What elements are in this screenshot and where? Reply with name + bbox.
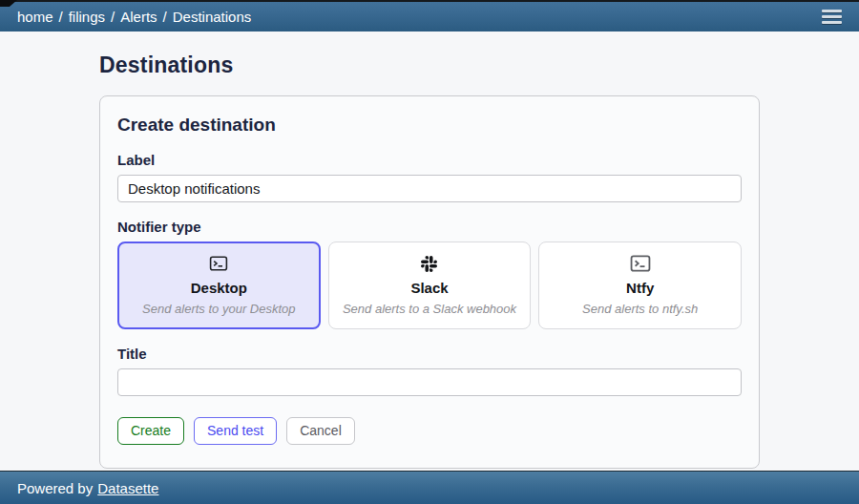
label-input[interactable] (117, 175, 742, 202)
create-destination-card: Create destination Label Notifier type D… (99, 95, 760, 469)
window-corner (0, 0, 17, 7)
notifier-options: Desktop Send alerts to your Desktop Slac… (117, 242, 742, 329)
slack-icon (339, 254, 521, 273)
notifier-option-desktop[interactable]: Desktop Send alerts to your Desktop (117, 242, 321, 329)
breadcrumb-separator: / (111, 9, 115, 25)
top-navbar: home / filings / Alerts / Destinations (0, 0, 859, 32)
breadcrumb-separator: / (59, 9, 63, 25)
page-title: Destinations (99, 52, 760, 78)
hamburger-bar (822, 21, 842, 24)
label-field-label: Label (117, 152, 742, 168)
breadcrumb-current-page: Destinations (173, 9, 252, 25)
notifier-option-slack[interactable]: Slack Send alerts to a Slack webhook (328, 242, 532, 329)
notifier-option-name: Slack (339, 280, 521, 296)
notifier-option-description: Send alerts to ntfy.sh (549, 302, 731, 316)
send-test-button[interactable]: Send test (194, 417, 277, 445)
datasette-link[interactable]: Datasette (97, 480, 158, 496)
breadcrumb-filings[interactable]: filings (69, 9, 105, 25)
notifier-type-label: Notifier type (117, 219, 742, 235)
form-buttons: Create Send test Cancel (117, 417, 742, 445)
hamburger-bar (822, 15, 842, 18)
notifier-option-name: Ntfy (549, 280, 731, 296)
footer-text: Powered by (17, 480, 93, 496)
breadcrumb: home / filings / Alerts / Destinations (17, 9, 251, 25)
terminal-icon (549, 254, 731, 273)
breadcrumb-home[interactable]: home (17, 9, 53, 25)
terminal-icon (128, 254, 310, 273)
notifier-option-description: Send alerts to your Desktop (128, 302, 310, 316)
menu-hamburger-icon[interactable] (820, 7, 844, 27)
breadcrumb-separator: / (163, 9, 167, 25)
main-content: Destinations Create destination Label No… (0, 32, 859, 471)
breadcrumb-alerts[interactable]: Alerts (120, 9, 157, 25)
create-button[interactable]: Create (117, 417, 184, 445)
cancel-button[interactable]: Cancel (286, 417, 355, 445)
footer: Powered by Datasette (0, 471, 859, 504)
notifier-option-description: Send alerts to a Slack webhook (339, 302, 521, 316)
notifier-option-ntfy[interactable]: Ntfy Send alerts to ntfy.sh (538, 242, 742, 329)
notifier-option-name: Desktop (128, 280, 310, 296)
title-input[interactable] (117, 368, 742, 396)
hamburger-bar (822, 10, 842, 12)
card-title: Create destination (117, 115, 742, 136)
title-field-label: Title (117, 346, 742, 362)
